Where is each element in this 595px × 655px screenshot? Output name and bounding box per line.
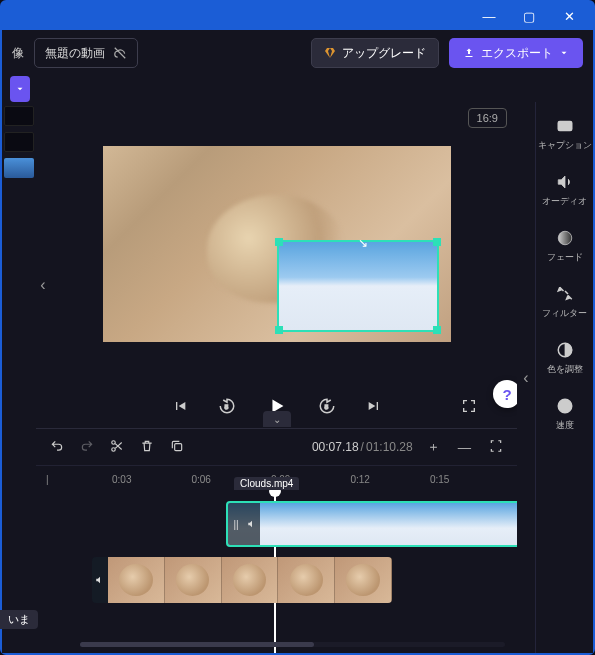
split-button[interactable] xyxy=(108,437,126,458)
delete-button[interactable] xyxy=(138,437,156,458)
media-library-strip xyxy=(2,102,36,653)
minimize-button[interactable]: ― xyxy=(469,3,509,29)
duplicate-button[interactable] xyxy=(168,437,186,458)
media-thumb[interactable] xyxy=(4,158,34,178)
audio-icon xyxy=(556,173,574,191)
timeline-toolbar: 00:07.18 / 01:10.28 ＋ ― xyxy=(36,429,517,465)
side-filter[interactable]: フィルター xyxy=(536,276,593,328)
project-title-text: 無題の動画 xyxy=(45,45,105,62)
svg-rect-5 xyxy=(558,121,572,130)
overlay-clip[interactable]: ↘ xyxy=(277,240,439,332)
close-button[interactable]: ✕ xyxy=(549,3,589,29)
mute-icon[interactable] xyxy=(244,503,260,545)
project-title-chip[interactable]: 無題の動画 xyxy=(34,38,138,68)
undo-button[interactable] xyxy=(48,437,66,458)
timeline-clip-main[interactable] xyxy=(92,557,392,603)
diamond-icon xyxy=(324,47,336,59)
redo-button[interactable] xyxy=(78,437,96,458)
top-toolbar: 像 無題の動画 アップグレード エクスポート xyxy=(2,30,593,76)
svg-text:5: 5 xyxy=(224,404,228,410)
side-fade[interactable]: フェード xyxy=(536,220,593,272)
mute-icon[interactable] xyxy=(92,557,108,603)
upgrade-button[interactable]: アップグレード xyxy=(311,38,439,68)
help-button[interactable]: ? xyxy=(493,380,517,408)
fade-icon xyxy=(556,229,574,247)
left-panel-tab[interactable] xyxy=(10,76,30,102)
total-time: 01:10.28 xyxy=(366,440,413,454)
export-button[interactable]: エクスポート xyxy=(449,38,583,68)
svg-rect-4 xyxy=(175,443,182,450)
resize-handle[interactable] xyxy=(275,238,283,246)
filter-icon xyxy=(556,285,574,303)
maximize-button[interactable]: ▢ xyxy=(509,3,549,29)
skip-end-button[interactable] xyxy=(362,394,386,421)
timeline-clip-overlay[interactable]: || xyxy=(226,501,517,547)
rewind-button[interactable]: 5 xyxy=(214,393,240,422)
cloud-off-icon xyxy=(113,46,127,60)
media-thumb[interactable] xyxy=(4,106,34,126)
captions-icon xyxy=(556,117,574,135)
export-label: エクスポート xyxy=(481,45,553,62)
timeline-scrollbar[interactable] xyxy=(80,642,505,647)
resize-handle[interactable] xyxy=(433,238,441,246)
time-display: 00:07.18 / 01:10.28 xyxy=(312,440,413,454)
collapse-right-icon[interactable]: ‹ xyxy=(517,358,535,398)
side-captions[interactable]: キャプション xyxy=(536,108,593,160)
video-canvas[interactable]: ↘ xyxy=(103,146,451,342)
svg-point-6 xyxy=(558,231,572,245)
current-time: 00:07.18 xyxy=(312,440,359,454)
expand-timeline-button[interactable]: ⌄ xyxy=(263,411,291,427)
zoom-out-button[interactable]: ― xyxy=(456,436,473,458)
add-track-button[interactable]: ＋ xyxy=(425,436,442,458)
chevron-down-icon xyxy=(559,48,569,58)
resize-cursor-icon: ↘ xyxy=(358,236,368,250)
preview-area: ‹ 16:9 ↘ 5 xyxy=(36,102,517,428)
clip-handle-left[interactable]: || xyxy=(228,503,244,545)
side-audio[interactable]: オーディオ xyxy=(536,164,593,216)
svg-point-3 xyxy=(112,447,116,451)
forward-button[interactable]: 5 xyxy=(314,393,340,422)
collapse-left-icon[interactable]: ‹ xyxy=(36,265,52,305)
speed-icon xyxy=(556,397,574,415)
timeline-panel: ⌄ 00:07.18 / 01:10.28 ＋ ― xyxy=(36,428,517,653)
bottom-tag: いま xyxy=(0,610,38,629)
upgrade-label: アップグレード xyxy=(342,45,426,62)
timeline-tracks: Clouds.mp4 || xyxy=(36,493,517,653)
contrast-icon xyxy=(556,341,574,359)
resize-handle[interactable] xyxy=(433,326,441,334)
resize-handle[interactable] xyxy=(275,326,283,334)
aspect-ratio-button[interactable]: 16:9 xyxy=(468,108,507,128)
skip-start-button[interactable] xyxy=(168,394,192,421)
clip-label: Clouds.mp4 xyxy=(234,477,299,490)
window-titlebar: ― ▢ ✕ xyxy=(2,2,593,30)
properties-sidebar: キャプション オーディオ フェード フィルター 色を調整 速度 xyxy=(535,102,593,653)
zoom-fit-button[interactable] xyxy=(487,436,505,458)
fullscreen-button[interactable] xyxy=(457,394,481,421)
svg-text:5: 5 xyxy=(324,404,328,410)
svg-point-2 xyxy=(112,440,116,444)
media-thumb[interactable] xyxy=(4,132,34,152)
left-category-char: 像 xyxy=(12,45,24,62)
side-color[interactable]: 色を調整 xyxy=(536,332,593,384)
side-speed[interactable]: 速度 xyxy=(536,388,593,440)
export-icon xyxy=(463,47,475,59)
